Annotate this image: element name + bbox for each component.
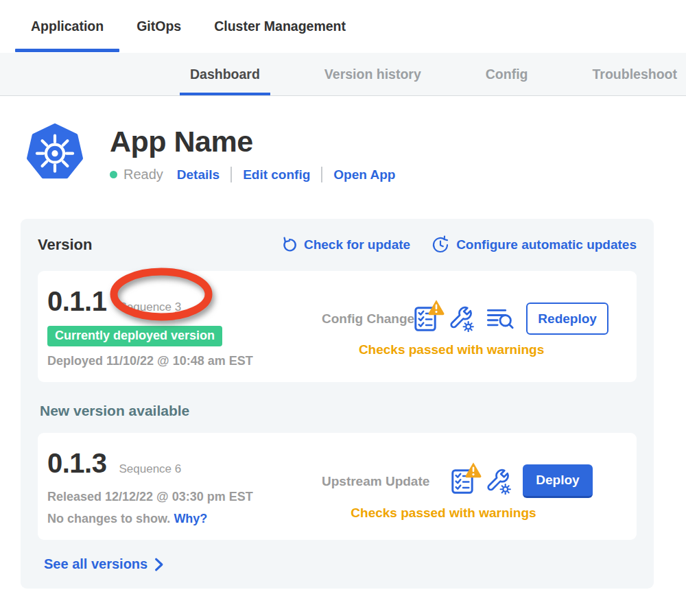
released-timestamp: Released 12/12/22 @ 03:30 pm EST — [47, 490, 322, 504]
auto-update-icon — [431, 235, 450, 254]
tab-cluster-management[interactable]: Cluster Management — [214, 0, 346, 53]
primary-nav: Application GitOps Cluster Management — [0, 0, 686, 53]
divider — [321, 167, 322, 182]
new-version-heading: New version available — [40, 403, 637, 419]
why-link[interactable]: Why? — [174, 512, 207, 525]
new-version-number: 0.1.3 — [47, 448, 106, 479]
redeploy-button[interactable]: Redeploy — [526, 303, 608, 335]
chevron-right-icon — [154, 558, 164, 571]
deployed-timestamp: Deployed 11/10/22 @ 10:48 am EST — [47, 354, 322, 368]
preflight-checklist-icon[interactable] — [414, 307, 436, 331]
deploy-button[interactable]: Deploy — [523, 464, 593, 498]
app-nav: Dashboard Version history Config Trouble… — [0, 53, 686, 96]
open-app-link[interactable]: Open App — [333, 167, 395, 182]
configure-automatic-updates-link[interactable]: Configure automatic updates — [431, 235, 637, 254]
new-version-sequence: Sequence 6 — [119, 462, 181, 476]
version-section-title: Version — [38, 236, 92, 254]
current-version-sequence: Sequence 3 — [119, 300, 181, 314]
release-type-label: Config Change — [322, 311, 414, 327]
tab-version-history[interactable]: Version history — [314, 53, 431, 95]
current-version-number: 0.1.1 — [47, 286, 106, 317]
check-for-update-link[interactable]: Check for update — [280, 236, 410, 254]
status-dot — [110, 171, 117, 178]
edit-config-link[interactable]: Edit config — [243, 167, 310, 182]
warning-triangle-icon — [464, 461, 482, 478]
details-link[interactable]: Details — [177, 167, 220, 182]
no-changes-text: No changes to show. Why? — [47, 512, 322, 526]
current-version-card: 0.1.1 Sequence 3 Currently deployed vers… — [38, 271, 637, 382]
preflight-checks-status: Checks passed with warnings — [322, 342, 608, 357]
release-type-label: Upstream Update — [322, 474, 429, 489]
divider — [230, 167, 232, 182]
preflight-checks-status: Checks passed with warnings — [322, 506, 593, 521]
diff-view-icon[interactable] — [486, 307, 514, 330]
refresh-icon — [280, 236, 298, 254]
tab-dashboard[interactable]: Dashboard — [180, 53, 270, 95]
app-header: App Name Ready Details Edit config Open … — [26, 123, 686, 182]
new-version-card: 0.1.3 Sequence 6 Released 12/12/22 @ 03:… — [38, 433, 637, 540]
preflight-checklist-icon[interactable] — [451, 469, 473, 494]
page-title: App Name — [110, 125, 395, 158]
version-panel: Version Check for update — [21, 219, 654, 589]
tab-troubleshoot[interactable]: Troubleshoot — [582, 53, 686, 95]
see-all-versions-link[interactable]: See all versions — [44, 556, 637, 572]
status-text: Ready — [123, 167, 163, 182]
wrench-gear-icon[interactable] — [448, 306, 474, 332]
deployed-badge: Currently deployed version — [47, 326, 222, 346]
tab-gitops[interactable]: GitOps — [137, 0, 181, 53]
warning-triangle-icon — [427, 298, 445, 316]
tab-config[interactable]: Config — [475, 53, 539, 95]
wrench-gear-icon[interactable] — [485, 469, 511, 495]
kubernetes-logo — [26, 123, 84, 181]
tab-application[interactable]: Application — [31, 0, 104, 53]
